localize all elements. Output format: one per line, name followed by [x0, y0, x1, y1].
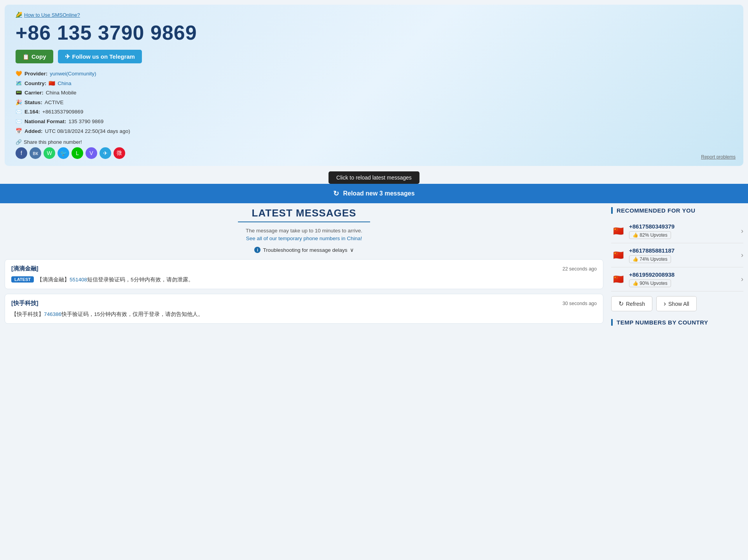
- share-facebook-icon[interactable]: f: [16, 147, 27, 159]
- action-buttons: Copy Follow us on Telegram: [16, 50, 732, 63]
- message-text: 【快手科技】746386快手验证码，15分钟内有效，仅用于登录，请勿告知他人。: [11, 311, 203, 318]
- rec-upvote: 👍 90% Upvotes: [629, 279, 671, 287]
- status-value: ACTIVE: [45, 98, 64, 107]
- carrier-value: China Mobile: [46, 89, 77, 97]
- rec-phone: +8617580349379: [629, 223, 741, 230]
- message-code-link[interactable]: 746386: [44, 311, 61, 317]
- temp-country-title: TEMP NUMBERS BY COUNTRY: [611, 319, 743, 326]
- share-telegram-icon[interactable]: ✈: [100, 147, 111, 159]
- info-icon: i: [254, 247, 260, 253]
- share-twitter-icon[interactable]: 🐦: [58, 147, 69, 159]
- status-row: 🎉 Status: ACTIVE: [16, 98, 732, 107]
- recommended-item[interactable]: 🇨🇳 +8617885881187 👍 74% Upvotes ›: [611, 243, 743, 267]
- message-code-link[interactable]: 551408: [70, 277, 87, 283]
- chevron-down-icon: ∨: [350, 247, 354, 253]
- telegram-button[interactable]: Follow us on Telegram: [58, 50, 142, 63]
- refresh-button[interactable]: Refresh: [611, 296, 652, 311]
- e164-value: +8613537909869: [42, 108, 84, 116]
- copy-button[interactable]: Copy: [16, 50, 53, 63]
- carrier-row: 📟 Carrier: China Mobile: [16, 89, 732, 97]
- chevron-right-icon: ›: [741, 275, 743, 283]
- reload-bar[interactable]: ↻ Reload new 3 messages: [0, 184, 748, 203]
- share-section: Share this phone number! f вк W 🐦 L V ✈ …: [16, 139, 732, 159]
- e164-row: ✉️ E.164: +8613537909869: [16, 108, 732, 116]
- top-card: How to Use SMSOnline? +86 135 3790 9869 …: [5, 5, 743, 166]
- share-weibo-icon[interactable]: 微: [114, 147, 125, 159]
- china-flag-icon: 🇨🇳: [611, 224, 625, 238]
- carrier-label: Carrier:: [24, 89, 44, 97]
- provider-value[interactable]: yunwei(Community): [50, 70, 96, 78]
- china-flag-icon: 🇨🇳: [611, 248, 625, 262]
- rec-phone: +8619592008938: [629, 271, 741, 278]
- share-icons: f вк W 🐦 L V ✈ 微: [16, 147, 732, 159]
- added-row: 📅 Added: UTC 08/18/2024 22:50(34 days ag…: [16, 127, 732, 136]
- provider-row: 🧡 Provider: yunwei(Community): [16, 70, 732, 78]
- rec-info: +8617580349379 👍 82% Upvotes: [629, 223, 741, 239]
- report-link[interactable]: Report problems: [701, 154, 736, 160]
- message-body: LATEST 【滴滴金融】551408短信登录验证码，5分钟内有效，请勿泄露。: [11, 276, 597, 283]
- added-value: UTC 08/18/2024 22:50(34 days ago): [45, 127, 130, 136]
- rec-info: +8617885881187 👍 74% Upvotes: [629, 247, 741, 263]
- reload-bar-text: Reload new 3 messages: [343, 190, 414, 197]
- national-value: 135 3790 9869: [68, 117, 103, 126]
- click-reload-message[interactable]: Click to reload latest messages: [329, 171, 419, 184]
- added-label: Added:: [24, 127, 43, 136]
- reload-spinner-icon: ↻: [333, 189, 339, 198]
- message-header: [滴滴金融] 22 seconds ago: [11, 265, 597, 272]
- chevron-right-icon: ›: [741, 227, 743, 235]
- rec-buttons: Refresh Show All: [611, 296, 743, 311]
- provider-label: Provider:: [24, 70, 47, 78]
- troubleshoot-text: Troubleshooting for message delays: [263, 247, 347, 253]
- rec-upvote: 👍 82% Upvotes: [629, 231, 671, 239]
- section-title: LATEST MESSAGES: [5, 207, 603, 219]
- share-whatsapp-icon[interactable]: W: [44, 147, 55, 159]
- share-vk-icon[interactable]: вк: [30, 147, 41, 159]
- recommended-item[interactable]: 🇨🇳 +8617580349379 👍 82% Upvotes ›: [611, 219, 743, 243]
- china-flag-icon: 🇨🇳: [611, 272, 625, 286]
- share-line-icon[interactable]: L: [72, 147, 83, 159]
- subtitle-text: The message may take up to 10 minutes to…: [5, 228, 603, 234]
- e164-label: E.164:: [24, 108, 40, 116]
- message-sender: [滴滴金融]: [11, 265, 38, 272]
- reload-tooltip-wrapper: Click to reload latest messages: [0, 171, 748, 184]
- subtitle-link-wrapper: See all of our temporary phone numbers i…: [5, 235, 603, 241]
- sidebar: RECOMMENDED FOR YOU 🇨🇳 +8617580349379 👍 …: [611, 207, 743, 328]
- section-title-underline: [238, 222, 370, 222]
- how-to-use-link[interactable]: How to Use SMSOnline?: [16, 12, 80, 18]
- share-label: Share this phone number!: [16, 139, 732, 145]
- message-card: [滴滴金融] 22 seconds ago LATEST 【滴滴金融】55140…: [5, 259, 603, 289]
- badge-latest: LATEST: [11, 276, 34, 283]
- status-label: Status:: [24, 98, 42, 107]
- see-all-china-link[interactable]: See all of our temporary phone numbers i…: [246, 236, 362, 241]
- message-time: 30 seconds ago: [563, 301, 597, 306]
- chevron-right-icon: ›: [741, 251, 743, 259]
- country-value[interactable]: China: [58, 79, 71, 88]
- national-label: National Format:: [24, 117, 66, 126]
- share-viber-icon[interactable]: V: [86, 147, 97, 159]
- phone-number: +86 135 3790 9869: [16, 21, 732, 44]
- recommended-title: RECOMMENDED FOR YOU: [611, 207, 743, 214]
- message-time: 22 seconds ago: [563, 266, 597, 272]
- national-row: ✉️ National Format: 135 3790 9869: [16, 117, 732, 126]
- message-text: 【滴滴金融】551408短信登录验证码，5分钟内有效，请勿泄露。: [37, 276, 194, 283]
- messages-section: LATEST MESSAGES The message may take up …: [5, 207, 611, 328]
- message-header: [快手科技] 30 seconds ago: [11, 300, 597, 307]
- country-label: Country:: [24, 79, 46, 88]
- rec-info: +8619592008938 👍 90% Upvotes: [629, 271, 741, 287]
- rec-upvote: 👍 74% Upvotes: [629, 255, 671, 263]
- rec-phone: +8617885881187: [629, 247, 741, 254]
- message-sender: [快手科技]: [11, 300, 38, 307]
- troubleshoot-bar[interactable]: i Troubleshooting for message delays ∨: [5, 247, 603, 253]
- show-all-button[interactable]: Show All: [656, 296, 697, 311]
- country-row: 🗺️ Country: 🇨🇳 China: [16, 79, 732, 88]
- message-body: 【快手科技】746386快手验证码，15分钟内有效，仅用于登录，请勿告知他人。: [11, 311, 597, 318]
- main-layout: LATEST MESSAGES The message may take up …: [0, 207, 748, 328]
- recommended-item[interactable]: 🇨🇳 +8619592008938 👍 90% Upvotes ›: [611, 267, 743, 291]
- message-card: [快手科技] 30 seconds ago 【快手科技】746386快手验证码，…: [5, 294, 603, 324]
